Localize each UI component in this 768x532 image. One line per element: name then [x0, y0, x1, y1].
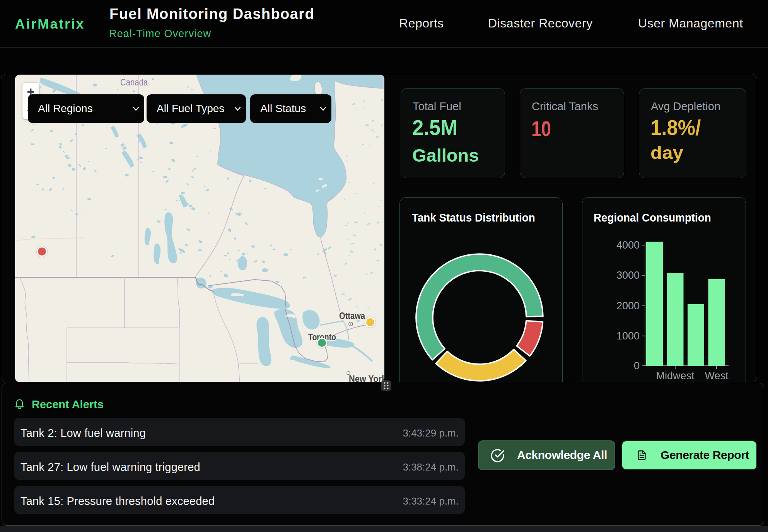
svg-text:1000: 1000	[616, 330, 640, 342]
svg-text:New York: New York	[349, 373, 384, 382]
svg-text:4000: 4000	[616, 239, 640, 251]
svg-text:Ottawa: Ottawa	[339, 310, 365, 321]
svg-text:3000: 3000	[616, 269, 640, 281]
svg-text:West: West	[705, 370, 729, 382]
svg-text:Midwest: Midwest	[656, 370, 695, 382]
svg-text:0: 0	[634, 360, 640, 372]
svg-text:2000: 2000	[616, 300, 640, 312]
svg-text:Canada: Canada	[120, 77, 148, 87]
